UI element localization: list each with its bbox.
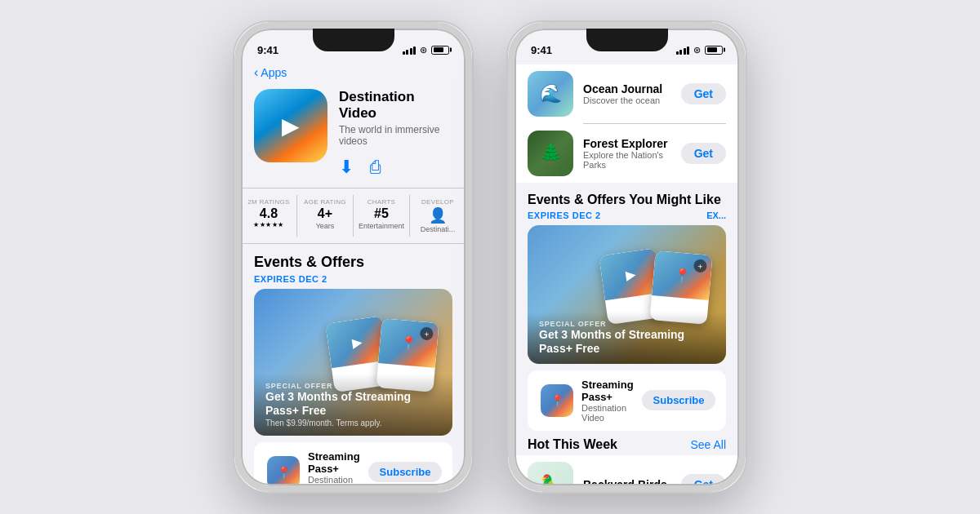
app-name-1: Destination Video <box>339 89 452 122</box>
ocean-journal-info: Ocean Journal Discover the ocean <box>583 82 671 105</box>
phones-container: 9:41 ⊛ ‹ App <box>216 4 764 510</box>
stat-developer-value: 👤 <box>415 206 461 224</box>
sub-source-1: Destination Video <box>308 475 360 485</box>
stat-ratings-label: 2M RATINGS <box>246 198 292 206</box>
stat-ratings-stars: ★★★★★ <box>246 221 292 228</box>
backyard-birds-name: Backyard Birds <box>583 478 671 486</box>
sub-info-2: Streaming Pass+ Destination Video <box>581 379 634 423</box>
stat-ratings-value: 4.8 <box>246 206 292 221</box>
events-header-row-2: Events & Offers You Might Like <box>514 183 739 210</box>
stat-ratings: 2M RATINGS 4.8 ★★★★★ <box>241 195 297 237</box>
hot-section-title: Hot This Week <box>528 437 617 452</box>
back-button-1[interactable]: ‹ Apps <box>254 66 287 79</box>
subscription-row-1: 📍 Streaming Pass+ Destination Video Subs… <box>254 442 452 485</box>
event-card-1[interactable]: ▶ 📍 + SPECIAL OFFER Get 3 Months of Stre… <box>254 289 452 436</box>
status-time-2: 9:41 <box>531 44 552 56</box>
subscribe-button-2[interactable]: Subscribe <box>642 390 716 410</box>
event-card-title-1: Get 3 Months of Streaming Pass+ Free <box>265 390 441 418</box>
stat-developer-label: DEVELOP <box>415 198 461 206</box>
events-section-title-2: Events & Offers You Might Like <box>528 193 721 207</box>
stats-row-1: 2M RATINGS 4.8 ★★★★★ AGE RATING 4+ Years… <box>241 188 466 244</box>
stat-charts: CHARTS #5 Entertainment <box>354 195 410 237</box>
battery-icon-1 <box>431 46 449 55</box>
subscription-row-2: 📍 Streaming Pass+ Destination Video Subs… <box>528 370 726 431</box>
expires-label-1: EXPIRES DEC 2 <box>241 274 466 289</box>
hot-section-header: Hot This Week See All <box>514 431 739 455</box>
forest-explorer-desc: Explore the Nation's Parks <box>583 150 671 170</box>
phone-1: 9:41 ⊛ ‹ App <box>233 20 474 494</box>
stat-charts-sub: Entertainment <box>359 222 404 230</box>
status-time-1: 9:41 <box>257 44 278 56</box>
status-icons-1: ⊛ <box>403 45 450 55</box>
app-list: 🌊 Ocean Journal Discover the ocean Get 🌲 <box>514 64 739 183</box>
back-label-1: Apps <box>261 66 287 79</box>
ocean-journal-name: Ocean Journal <box>583 82 671 95</box>
event-special-offer-label-2: SPECIAL OFFER <box>539 320 715 328</box>
battery-icon-2 <box>705 46 723 55</box>
see-all-link[interactable]: See All <box>690 438 726 451</box>
app-actions-1: ⬇ ⎙ <box>339 157 452 178</box>
sub-icon-2: 📍 <box>541 384 573 417</box>
wifi-icon-2: ⊛ <box>693 45 701 55</box>
event-card-overlay-1: SPECIAL OFFER Get 3 Months of Streaming … <box>254 374 452 436</box>
sub-name-1: Streaming Pass+ <box>308 450 360 475</box>
signal-icon-1 <box>403 46 416 55</box>
event-card-overlay-2: SPECIAL OFFER Get 3 Months of Streaming … <box>528 312 726 364</box>
event-special-offer-label-1: SPECIAL OFFER <box>265 382 441 390</box>
list-item-forest-explorer: 🌲 Forest Explorer Explore the Nation's P… <box>514 124 739 183</box>
ocean-journal-icon: 🌊 <box>528 71 573 117</box>
notch-1 <box>313 29 394 51</box>
app-tagline-1: The world in immersive videos <box>339 124 452 147</box>
subscribe-button-1[interactable]: Subscribe <box>368 462 443 482</box>
phone-2: 9:41 ⊛ <box>506 20 747 494</box>
stat-age: AGE RATING 4+ Years <box>297 195 354 237</box>
wifi-icon-1: ⊛ <box>420 45 427 55</box>
backyard-birds-icon: 🦜 <box>528 462 573 486</box>
sub-name-2: Streaming Pass+ <box>581 379 634 403</box>
sub-info-1: Streaming Pass+ Destination Video <box>308 450 360 485</box>
app-info-1: Destination Video The world in immersive… <box>339 89 452 178</box>
events-section-2: EXPIRES DEC 2 EX... ▶ 📍 <box>514 210 739 364</box>
backyard-birds-info: Backyard Birds <box>583 478 671 486</box>
notch-2 <box>586 29 668 51</box>
download-icon[interactable]: ⬇ <box>339 157 354 178</box>
back-chevron-icon: ‹ <box>254 66 258 79</box>
status-icons-2: ⊛ <box>676 45 724 55</box>
ocean-journal-get-button[interactable]: Get <box>681 83 726 104</box>
sub-icon-1: 📍 <box>267 456 300 485</box>
stat-age-sub: Years <box>302 222 348 230</box>
list-item-ocean-journal: 🌊 Ocean Journal Discover the ocean Get <box>514 64 739 123</box>
event-card-2[interactable]: ▶ 📍 + SPECIAL OFFER Get 3 Months of Str <box>528 225 726 364</box>
nav-bar-1: ‹ Apps <box>241 64 466 82</box>
expires-right-2: EX... <box>706 210 726 220</box>
phone-2-screen: 9:41 ⊛ <box>514 29 739 485</box>
backyard-birds-get-button[interactable]: Get <box>681 474 726 486</box>
stat-age-value: 4+ <box>302 206 348 221</box>
stat-developer-sub: Destinati... <box>415 225 461 233</box>
event-card-sub-1: Then $9.99/month. Terms apply. <box>265 419 441 428</box>
stat-charts-value: #5 <box>359 206 404 221</box>
expires-row-2: EXPIRES DEC 2 EX... <box>528 210 726 220</box>
app-icon-destination-video <box>254 89 327 162</box>
expires-label-2: EXPIRES DEC 2 <box>528 210 601 220</box>
share-icon[interactable]: ⎙ <box>370 157 381 178</box>
forest-explorer-name: Forest Explorer <box>583 137 671 150</box>
events-section-title-1: Events & Offers <box>241 244 466 274</box>
stat-developer: DEVELOP 👤 Destinati... <box>410 195 466 237</box>
phone-1-screen: 9:41 ⊛ ‹ App <box>241 29 466 485</box>
forest-explorer-info: Forest Explorer Explore the Nation's Par… <box>583 137 671 170</box>
app-header-1: Destination Video The world in immersive… <box>241 82 466 188</box>
signal-icon-2 <box>676 46 690 55</box>
stat-age-label: AGE RATING <box>302 198 348 206</box>
stat-charts-label: CHARTS <box>359 198 404 206</box>
forest-explorer-get-button[interactable]: Get <box>681 143 726 164</box>
ocean-journal-desc: Discover the ocean <box>583 95 671 105</box>
forest-explorer-icon: 🌲 <box>528 131 573 176</box>
event-card-title-2: Get 3 Months of Streaming Pass+ Free <box>539 328 715 356</box>
sub-source-2: Destination Video <box>581 403 634 423</box>
list-item-backyard-birds: 🦜 Backyard Birds Get <box>514 455 739 486</box>
